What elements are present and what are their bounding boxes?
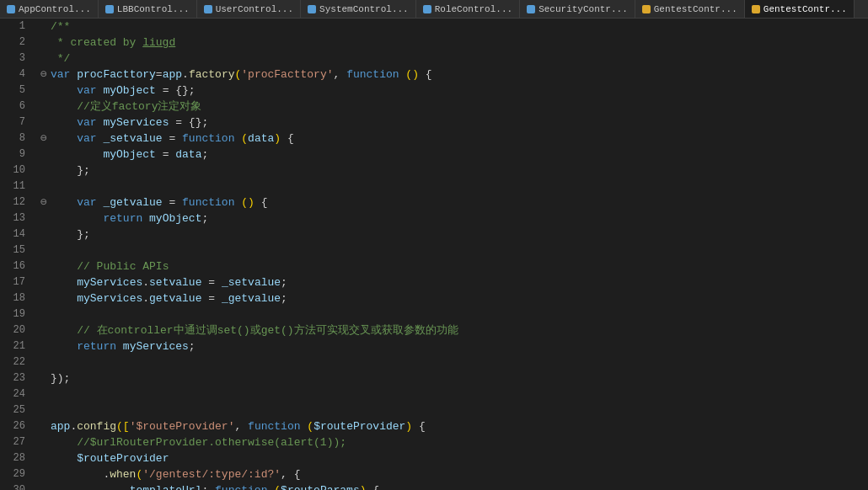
line-number-15: 15 [5, 242, 25, 258]
fold-indicator-12[interactable]: ⊖ [37, 194, 51, 210]
line-number-19: 19 [5, 306, 25, 322]
code-line-9: myObject = data; [37, 146, 868, 162]
line-number-30: 30 [5, 482, 25, 490]
code-content-2: * created by liugd [51, 35, 868, 51]
tab-1[interactable]: LBBControl... [99, 0, 197, 19]
fold-placeholder-18 [37, 290, 51, 306]
fold-placeholder-14 [37, 226, 51, 242]
tab-label-4: RoleControl... [435, 4, 512, 14]
code-content-1: /** [51, 19, 868, 35]
tab-0[interactable]: AppControl... [0, 0, 99, 19]
line-number-27: 27 [5, 434, 25, 450]
line-number-17: 17 [5, 274, 25, 290]
code-content-26: app.config(['$routeProvider', function (… [51, 418, 868, 434]
code-line-26: app.config(['$routeProvider', function (… [37, 418, 868, 434]
code-line-20: // 在controller中通过调set()或get()方法可实现交叉或获取参… [37, 322, 868, 338]
code-lines: /** * created by liugd */⊖var procFactto… [30, 19, 868, 490]
tab-label-0: AppControl... [19, 4, 91, 14]
fold-placeholder-10 [37, 162, 51, 178]
fold-placeholder-5 [37, 83, 51, 99]
line-number-6: 6 [5, 99, 25, 115]
code-content-30: templateUrl: function ($routeParams) { [51, 482, 868, 490]
code-line-12: ⊖ var _getvalue = function () { [37, 194, 868, 210]
code-content-28: $routeProvider [51, 450, 868, 466]
code-line-27: //$urlRouterProvider.otherwise(alert(1))… [37, 434, 868, 450]
code-content-21: return myServices; [51, 338, 868, 354]
tab-icon-0 [7, 5, 15, 13]
code-line-15 [37, 242, 868, 258]
fold-placeholder-24 [37, 386, 51, 402]
fold-placeholder-11 [37, 178, 51, 194]
code-line-25 [37, 402, 868, 418]
code-line-13: return myObject; [37, 210, 868, 226]
code-content-4: var procFacttory=app.factory('procFactto… [51, 67, 868, 83]
code-line-11 [37, 178, 868, 194]
tab-4[interactable]: RoleControl... [416, 0, 520, 19]
tab-label-2: UserControl... [216, 4, 293, 14]
code-content-14: }; [51, 226, 868, 242]
line-number-24: 24 [5, 386, 25, 402]
line-number-14: 14 [5, 226, 25, 242]
fold-placeholder-1 [37, 19, 51, 35]
tab-label-6: GentestContr... [654, 4, 737, 14]
code-content-6: //定义factory注定对象 [51, 99, 868, 115]
code-line-23: }); [37, 370, 868, 386]
fold-indicator-8[interactable]: ⊖ [37, 130, 51, 146]
code-line-22 [37, 354, 868, 370]
code-content-10: }; [51, 162, 868, 178]
code-line-8: ⊖ var _setvalue = function (data) { [37, 130, 868, 146]
tab-5[interactable]: SecurityContr... [520, 0, 635, 19]
code-content-29: .when('/gentest/:type/:id?', { [51, 466, 868, 482]
code-content-17: myServices.setvalue = _setvalue; [51, 274, 868, 290]
code-content-16: // Public APIs [51, 258, 868, 274]
code-content-23: }); [51, 370, 868, 386]
tab-icon-7 [752, 5, 760, 13]
code-content-3: */ [51, 51, 868, 67]
fold-indicator-4[interactable]: ⊖ [37, 67, 51, 83]
tab-label-3: SystemControl... [319, 4, 409, 14]
tab-bar: AppControl...LBBControl...UserControl...… [0, 0, 868, 19]
code-area[interactable]: 1234567891011121314151617181920212223242… [0, 19, 868, 490]
fold-placeholder-30 [37, 482, 51, 490]
fold-placeholder-19 [37, 306, 51, 322]
fold-placeholder-15 [37, 242, 51, 258]
code-line-10: }; [37, 162, 868, 178]
fold-placeholder-29 [37, 466, 51, 482]
tab-label-1: LBBControl... [117, 4, 190, 14]
line-number-16: 16 [5, 258, 25, 274]
code-content-13: return myObject; [51, 210, 868, 226]
code-content-9: myObject = data; [51, 146, 868, 162]
code-line-3: */ [37, 51, 868, 67]
code-line-24 [37, 386, 868, 402]
fold-placeholder-16 [37, 258, 51, 274]
tab-icon-2 [204, 5, 212, 13]
fold-placeholder-17 [37, 274, 51, 290]
line-number-23: 23 [5, 370, 25, 386]
line-number-7: 7 [5, 115, 25, 130]
tab-3[interactable]: SystemControl... [301, 0, 416, 19]
code-line-5: var myObject = {}; [37, 83, 868, 99]
line-number-20: 20 [5, 322, 25, 338]
code-line-1: /** [37, 19, 868, 35]
tab-7[interactable]: GentestContr... [745, 0, 855, 19]
code-line-6: //定义factory注定对象 [37, 99, 868, 115]
line-number-28: 28 [5, 450, 25, 466]
code-content-18: myServices.getvalue = _getvalue; [51, 290, 868, 306]
code-line-17: myServices.setvalue = _setvalue; [37, 274, 868, 290]
line-number-10: 10 [5, 162, 25, 178]
line-number-12: 12 [5, 194, 25, 210]
fold-placeholder-25 [37, 402, 51, 418]
fold-placeholder-7 [37, 115, 51, 130]
code-line-18: myServices.getvalue = _getvalue; [37, 290, 868, 306]
line-number-13: 13 [5, 210, 25, 226]
line-number-3: 3 [5, 51, 25, 67]
fold-placeholder-21 [37, 338, 51, 354]
code-line-4: ⊖var procFacttory=app.factory('procFactt… [37, 67, 868, 83]
code-content-12: var _getvalue = function () { [51, 194, 868, 210]
tab-2[interactable]: UserControl... [197, 0, 301, 19]
tab-6[interactable]: GentestContr... [635, 0, 745, 19]
tab-icon-3 [308, 5, 316, 13]
fold-placeholder-23 [37, 370, 51, 386]
code-line-19 [37, 306, 868, 322]
line-number-1: 1 [5, 19, 25, 35]
